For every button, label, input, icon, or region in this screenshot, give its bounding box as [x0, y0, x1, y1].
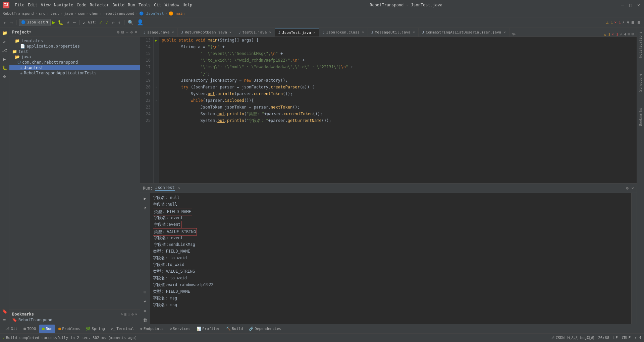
profiler-bottom-btn[interactable]: 📊 Profiler [194, 325, 223, 333]
tree-item-java[interactable]: 📂 java [9, 54, 140, 60]
git-branch-status[interactable]: ⎇ CSDN-只入坑-bug妈妈 [550, 335, 594, 340]
search-everywhere-button[interactable]: 🔍 [127, 20, 135, 25]
tree-item-templates[interactable]: 📁 templates [9, 38, 140, 44]
breadcrumb-item[interactable]: chen [90, 11, 99, 16]
run-play-button[interactable]: ▶ [141, 194, 149, 202]
tab-jsontoken[interactable]: C JsonToken.class × [319, 28, 368, 37]
run-output[interactable]: 字段名: null 字段值:null 类型: FIELD_NAME 字段名: e… [150, 193, 631, 324]
menu-run[interactable]: Run [128, 3, 135, 7]
line-sep-status[interactable]: LF [613, 336, 618, 340]
menu-refactor[interactable]: Refactor [90, 3, 109, 7]
tab-close-jsontoken[interactable]: × [362, 30, 364, 35]
commit-tool-button[interactable]: ✔ [1, 38, 9, 46]
bookmark-item-rebottranspond[interactable]: 🔖 RebotTranspond [9, 317, 140, 323]
menu-edit[interactable]: Edit [28, 3, 38, 7]
tab-close-messageutil[interactable]: × [413, 30, 415, 35]
run-gutter-13[interactable]: ▶ [154, 37, 159, 44]
services-tool-button[interactable]: ⚙ [1, 72, 9, 80]
tab-close-ssage[interactable]: × [172, 30, 174, 35]
debug-button[interactable]: 🐛 [57, 20, 64, 25]
tab-jsontest[interactable]: J JsonTest.java × [275, 28, 319, 37]
position-status[interactable]: 26:68 [598, 336, 609, 340]
breadcrumb-item[interactable]: 🟠 main [169, 11, 184, 16]
tab-close-jsontest[interactable]: × [313, 30, 316, 35]
bookmarks-actions[interactable]: ✎ ≡ ↕ ⚙ × [121, 312, 137, 317]
toolbar-more-run[interactable]: ⋯ [72, 20, 77, 25]
services-bottom-btn[interactable]: ⚙ Services [167, 325, 193, 333]
bookmarks-right-label[interactable]: Bookmarks [638, 107, 643, 127]
run-tab-close[interactable]: × [178, 186, 180, 191]
menu-bar[interactable]: File Edit View Navigate Code Refactor Bu… [15, 3, 192, 7]
project-tool-button[interactable]: 📁 [1, 29, 9, 37]
debug-tool-button[interactable]: 🐛 [1, 64, 9, 72]
bookmark-hide-icon[interactable]: × [135, 312, 137, 317]
spring-bottom-btn[interactable]: 🌿 Spring [83, 325, 108, 333]
tab-ssage[interactable]: J ssage.java × [140, 28, 178, 37]
minimize-button[interactable]: ─ [620, 2, 625, 8]
run-configuration-dropdown[interactable]: 🔵 JsonTest ▼ [19, 19, 51, 26]
menu-view[interactable]: View [41, 3, 51, 7]
tab-close-test01[interactable]: × [269, 30, 271, 35]
indent-status[interactable]: ⚡ 4 [635, 336, 641, 340]
bookmark-edit-icon[interactable]: ✎ [121, 312, 123, 317]
run-right-scrollbar[interactable] [631, 193, 637, 324]
hide-panel-icon[interactable]: × [135, 30, 137, 35]
collapse-all-icon[interactable]: ⊟ [121, 30, 124, 35]
notifications-label[interactable]: Notifications [638, 30, 643, 59]
tree-item-jsontest[interactable]: ☕ JsonTest [9, 65, 140, 70]
breadcrumb-item[interactable]: src [39, 11, 45, 16]
run-delete-button[interactable]: 🗑 [141, 316, 149, 324]
encoding-status[interactable]: CRLF [622, 336, 631, 340]
menu-tools[interactable]: Tools [139, 3, 151, 7]
endpoints-bottom-btn[interactable]: ⊕ Endpoints [138, 325, 166, 333]
expand-icon[interactable]: ⊞ [628, 32, 630, 37]
window-controls[interactable]: ─ □ × [620, 2, 641, 8]
run-filter-button[interactable]: ⊞ [141, 288, 149, 296]
git-update-button[interactable]: ↙ [82, 20, 87, 25]
collapse-button[interactable]: ⊟ [637, 20, 641, 25]
breadcrumb-item[interactable]: rebottranspond [103, 11, 135, 16]
menu-git[interactable]: Git [154, 3, 161, 7]
structure-label[interactable]: Structure [638, 72, 643, 93]
maximize-button[interactable]: □ [628, 2, 633, 8]
code-editor[interactable]: 13 14 15 16 17 18 19 20 21 22 23 24 25 ▶ [140, 37, 637, 183]
run-list-button[interactable]: ≡ [141, 306, 149, 315]
breadcrumb-item[interactable]: 🔵 JsonTest [139, 11, 164, 16]
todo-bottom-btn[interactable]: TODO [21, 325, 39, 333]
close-button[interactable]: × [636, 2, 641, 8]
expand-button[interactable]: ⊞ [630, 20, 635, 25]
breadcrumb-item[interactable]: com [78, 11, 85, 16]
run-rerun-button[interactable]: ↺ [141, 204, 149, 212]
project-panel-actions[interactable]: ⊕ ⊟ ⋯ ⚙ × [117, 30, 137, 35]
run-button[interactable]: ▶ [52, 19, 55, 25]
dependencies-bottom-btn[interactable]: 🔗 Dependencies [246, 325, 284, 333]
toolbar-forward-btn[interactable]: → [9, 20, 13, 25]
tab-returnrootbean[interactable]: J ReturnRootBean.java × [178, 28, 235, 37]
problems-bottom-btn[interactable]: Problems [56, 325, 83, 333]
toolbar-back-btn[interactable]: ← [3, 20, 7, 25]
tab-comma[interactable]: J CommaStringAsListDeserializer.java × [419, 28, 509, 37]
git-bottom-btn[interactable]: ⎇ Git [3, 325, 20, 333]
menu-code[interactable]: Code [77, 3, 87, 7]
tab-close-returnrootbean[interactable]: × [229, 30, 232, 35]
dots-icon[interactable]: ⋯ [126, 30, 128, 35]
project-dropdown-arrow[interactable]: ▼ [29, 30, 32, 34]
breadcrumb-item[interactable]: test [50, 11, 59, 16]
git-checkmark2[interactable]: ✓ [104, 20, 109, 25]
bookmark-sort-icon[interactable]: ↕ [128, 312, 130, 317]
collapse-icon[interactable]: ⊟ [632, 32, 634, 37]
menu-window[interactable]: Window [165, 3, 179, 7]
menu-build[interactable]: Build [112, 3, 124, 7]
bookmark-list-icon[interactable]: ≡ [124, 312, 127, 317]
tab-close-comma[interactable]: × [503, 30, 506, 35]
run-settings-icon[interactable]: ⚙ [626, 186, 629, 191]
git-checkmark1[interactable]: ✓ [98, 20, 103, 25]
git-undo[interactable]: ↩ [111, 20, 115, 25]
git-tool-button[interactable]: ⎇ [1, 46, 9, 54]
tree-item-package[interactable]: ⬡ com.chen.rebottranspond [9, 60, 140, 65]
code-content[interactable]: public static void main(String[] args) {… [159, 37, 637, 183]
locate-file-icon[interactable]: ⊕ [117, 30, 119, 35]
terminal-bottom-btn[interactable]: >_ Terminal [108, 325, 137, 333]
tree-item-test[interactable]: 📁 test [9, 49, 140, 54]
run-hide-icon[interactable]: × [631, 186, 634, 191]
